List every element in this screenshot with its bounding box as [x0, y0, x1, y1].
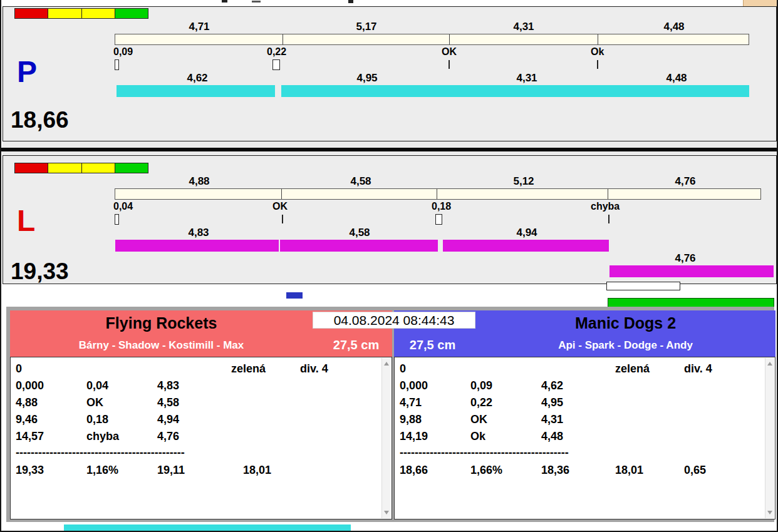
- change-label: chyba: [591, 201, 620, 212]
- indicator-green-segment: [115, 8, 148, 19]
- split-time: 4,48: [647, 21, 701, 33]
- bottom-progress-bar: [64, 524, 351, 532]
- bar-divider: [449, 34, 450, 44]
- split-time: 4,94: [500, 227, 554, 239]
- dog-run-bar: [281, 85, 450, 97]
- summary-best-time: 18,01: [615, 464, 643, 477]
- log-cell: 9,88: [400, 413, 422, 426]
- split-bar-track: [115, 34, 749, 45]
- log-cell: OK: [86, 396, 103, 409]
- log-cell: 4,71: [400, 396, 422, 409]
- split-time: 4,76: [658, 252, 712, 265]
- change-label: 0,22: [267, 46, 286, 58]
- change-marker: [115, 214, 119, 225]
- summary-total: 18,66: [400, 464, 428, 477]
- team-members: Api - Spark - Dodge - Andy: [475, 339, 775, 352]
- log-cell: 4,58: [157, 396, 179, 409]
- log-cell: 4,94: [157, 413, 179, 426]
- bar-divider: [283, 34, 283, 44]
- dog-run-bar: [117, 85, 275, 97]
- summary-diff: 0,65: [684, 464, 706, 477]
- split-time: 4,95: [340, 72, 394, 84]
- log-cell: 4,62: [541, 379, 563, 392]
- split-time: 4,58: [334, 175, 388, 188]
- split-time: 4,48: [650, 72, 703, 84]
- log-cell: 4,76: [157, 430, 179, 443]
- summary-net-time: 19,11: [157, 464, 185, 477]
- start-light-indicator: [14, 163, 148, 173]
- log-cell: 0,22: [470, 396, 492, 409]
- scroll-up-icon[interactable]: [384, 362, 389, 366]
- indicator-yellow-segment: [48, 8, 81, 19]
- log-cell: 9,46: [16, 413, 38, 426]
- jump-height: 27,5 cm: [397, 338, 469, 352]
- log-cell: 4,95: [541, 396, 563, 409]
- indicator-red-segment: [14, 163, 48, 173]
- team-name: Flying Rockets: [10, 314, 313, 332]
- split-time: 5,12: [497, 175, 551, 188]
- log-cell: chyba: [86, 430, 119, 443]
- run-log-left[interactable]: 0 zelená div. 4 0,000 0,04 4,83 4,88 OK …: [10, 357, 392, 519]
- change-tick: [282, 215, 283, 223]
- running-dog-bar: [608, 298, 774, 307]
- log-cell: 4,48: [541, 430, 563, 443]
- log-cell: 0: [400, 362, 406, 376]
- log-cell: zelená: [231, 362, 266, 376]
- app-window: 4,71 5,17 4,31 4,48 0,09 0,22 OK Ok 4,62…: [0, 0, 778, 532]
- log-cell: Ok: [470, 430, 485, 443]
- window-artifact: [348, 0, 353, 3]
- jump-height: 27,5 cm: [320, 338, 392, 352]
- change-tick: [597, 60, 598, 69]
- indicator-yellow-segment: [82, 8, 115, 19]
- scrollbar[interactable]: [381, 358, 391, 518]
- change-label: Ok: [591, 46, 604, 58]
- log-cell: 0,04: [86, 379, 108, 392]
- log-cell: div. 4: [300, 362, 328, 376]
- teams-panel: Flying Rockets Bárny - Shadow - Kostimil…: [6, 307, 774, 522]
- summary-percent: 1,16%: [86, 464, 118, 477]
- split-time: 4,83: [172, 227, 226, 239]
- datetime-display: 04.08.2024 08:44:43: [313, 312, 475, 329]
- lane-panel-p: 4,71 5,17 4,31 4,48 0,09 0,22 OK Ok 4,62…: [3, 6, 777, 141]
- lane-panel-l: 4,88 4,58 5,12 4,76 0,04 OK 0,18 chyba 4…: [3, 155, 777, 284]
- split-bar-track: [115, 188, 761, 200]
- change-tick: [608, 215, 609, 223]
- change-tick: [449, 60, 450, 69]
- pending-run-box: [606, 282, 680, 290]
- split-time: 4,31: [497, 21, 551, 33]
- lane-letter: P: [17, 57, 37, 87]
- log-cell: 14,57: [16, 430, 44, 443]
- lane-separator: [1, 148, 778, 151]
- bar-divider: [598, 34, 598, 44]
- log-cell: 4,31: [541, 413, 563, 426]
- progress-dash: [286, 292, 303, 299]
- indicator-yellow-segment: [82, 163, 115, 173]
- summary-net-time: 18,36: [541, 464, 569, 477]
- scroll-down-icon[interactable]: [384, 511, 389, 514]
- scrollbar[interactable]: [765, 358, 774, 518]
- log-cell: zelená: [615, 362, 650, 376]
- change-label: 0,09: [113, 46, 133, 58]
- indicator-green-segment: [115, 163, 148, 173]
- dog-run-bar: [280, 240, 438, 252]
- split-time: 4,58: [333, 227, 386, 239]
- split-time: 4,62: [170, 72, 224, 84]
- run-log-right[interactable]: 0 zelená div. 4 0,000 0,09 4,62 4,71 0,2…: [394, 357, 775, 519]
- dog-run-bar: [115, 240, 279, 252]
- log-cell: 14,19: [400, 430, 428, 443]
- log-cell: 0,09: [470, 379, 492, 392]
- summary-total: 19,33: [16, 464, 44, 477]
- split-time: 4,31: [500, 72, 554, 84]
- change-label: 0,18: [432, 201, 451, 212]
- lane-total-time: 18,66: [11, 108, 69, 131]
- change-label: 0,04: [113, 201, 133, 212]
- log-cell: div. 4: [684, 362, 712, 376]
- change-marker: [435, 214, 442, 225]
- scroll-down-icon[interactable]: [767, 511, 772, 514]
- log-cell: 4,88: [16, 396, 38, 409]
- dog-run-bar: [609, 265, 774, 277]
- log-cell: 0,000: [400, 379, 428, 392]
- change-label: OK: [272, 201, 288, 212]
- log-cell: 0: [16, 362, 22, 376]
- scroll-up-icon[interactable]: [767, 362, 772, 366]
